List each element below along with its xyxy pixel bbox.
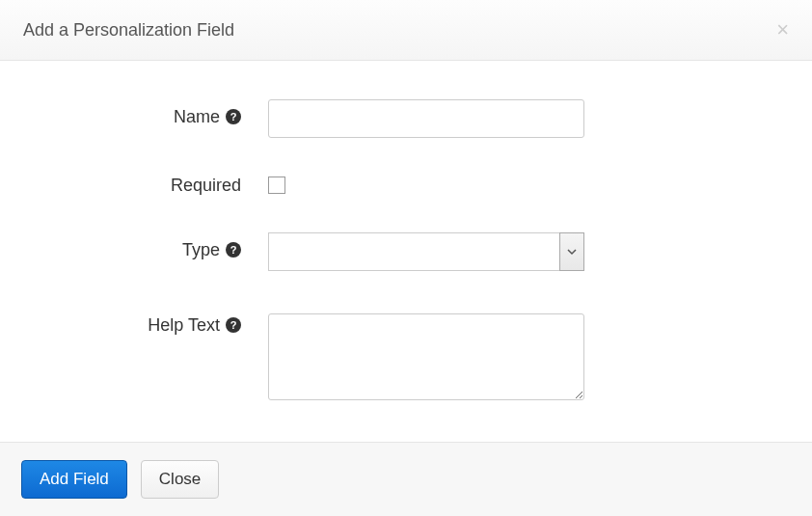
name-input[interactable] [268,99,584,138]
form-row-required: Required [23,177,789,194]
form-row-help-text: Help Text ? [23,313,789,404]
type-label-wrap: Type ? [23,232,247,267]
add-field-button[interactable]: Add Field [21,460,127,499]
name-label-wrap: Name ? [23,99,247,134]
close-button[interactable]: Close [141,460,219,499]
required-checkbox[interactable] [268,177,285,194]
modal-header: Add a Personalization Field × [0,0,812,61]
form-row-name: Name ? [23,99,789,138]
type-select-display [268,232,559,271]
name-label: Name [174,99,220,134]
type-control-wrap [268,232,584,271]
form-row-type: Type ? [23,232,789,271]
name-control-wrap [268,99,584,138]
help-icon[interactable]: ? [226,317,241,333]
close-icon[interactable]: × [776,19,789,41]
help-icon[interactable]: ? [226,109,241,124]
required-control-wrap [268,177,285,194]
type-select-button[interactable] [559,232,584,271]
required-label: Required [171,177,241,194]
help-text-label: Help Text [148,315,220,335]
help-icon[interactable]: ? [226,242,241,258]
type-select[interactable] [268,232,584,271]
help-text-control-wrap [268,313,584,404]
chevron-down-icon [567,247,577,257]
required-label-wrap: Required [23,177,247,194]
modal-body: Name ? Required Type ? [0,61,812,427]
help-text-textarea[interactable] [268,313,584,400]
modal-footer: Add Field Close [0,442,812,516]
type-label: Type [182,232,220,267]
modal-title: Add a Personalization Field [23,20,234,41]
help-text-label-wrap: Help Text ? [23,313,247,335]
